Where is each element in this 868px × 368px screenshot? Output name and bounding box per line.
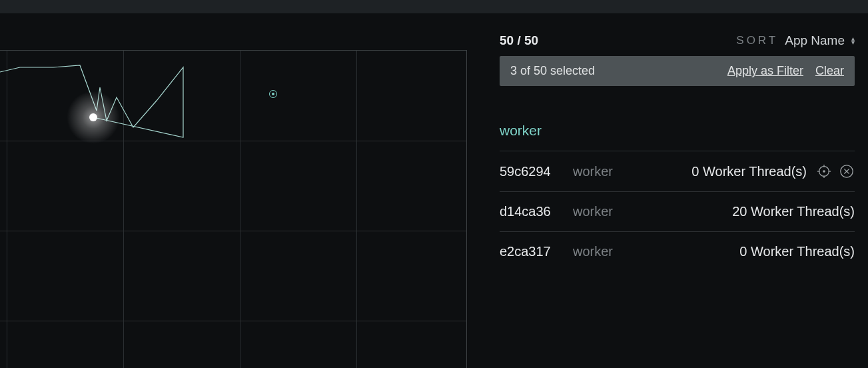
selection-text: 3 of 50 selected — [510, 64, 595, 78]
result-count: 50 / 50 — [500, 33, 538, 48]
group-label: worker — [500, 123, 855, 139]
list-row[interactable]: e2ca317worker0 Worker Thread(s) — [500, 231, 855, 271]
row-app: worker — [573, 164, 613, 179]
sort-label: SORT — [736, 34, 778, 47]
main: 50 / 50 SORT App Name ▴▾ 3 of 50 selecte… — [0, 13, 868, 368]
highlight-point[interactable] — [89, 113, 97, 121]
list-row[interactable]: 59c6294worker0 Worker Thread(s) — [500, 151, 855, 191]
svg-point-1 — [823, 170, 825, 173]
side-panel: 50 / 50 SORT App Name ▴▾ 3 of 50 selecte… — [480, 13, 868, 368]
sort-control[interactable]: SORT App Name ▴▾ — [736, 33, 855, 48]
row-app: worker — [573, 244, 613, 259]
side-header: 50 / 50 SORT App Name ▴▾ — [500, 33, 855, 48]
row-id: 59c6294 — [500, 164, 573, 179]
sort-arrows-icon[interactable]: ▴▾ — [851, 37, 855, 45]
chart-grid[interactable] — [0, 50, 467, 368]
close-icon[interactable] — [839, 163, 855, 179]
top-bar — [0, 0, 868, 13]
row-threads: 0 Worker Thread(s) — [739, 244, 855, 259]
clear-link[interactable]: Clear — [815, 64, 844, 78]
list-row[interactable]: d14ca36worker20 Worker Thread(s) — [500, 191, 855, 231]
rows-container: 59c6294worker0 Worker Thread(s)d14ca36wo… — [500, 151, 855, 271]
sort-value: App Name — [785, 33, 845, 48]
chart-line — [0, 51, 466, 368]
row-id: e2ca317 — [500, 244, 573, 259]
selection-bar: 3 of 50 selected Apply as Filter Clear — [500, 56, 855, 86]
chart-area — [0, 13, 480, 368]
apply-filter-link[interactable]: Apply as Filter — [727, 64, 803, 78]
row-id: d14ca36 — [500, 204, 573, 219]
row-threads: 0 Worker Thread(s) — [691, 164, 807, 179]
row-threads: 20 Worker Thread(s) — [732, 204, 855, 219]
secondary-point[interactable] — [269, 90, 277, 98]
target-icon[interactable] — [816, 163, 832, 179]
row-app: worker — [573, 204, 613, 219]
